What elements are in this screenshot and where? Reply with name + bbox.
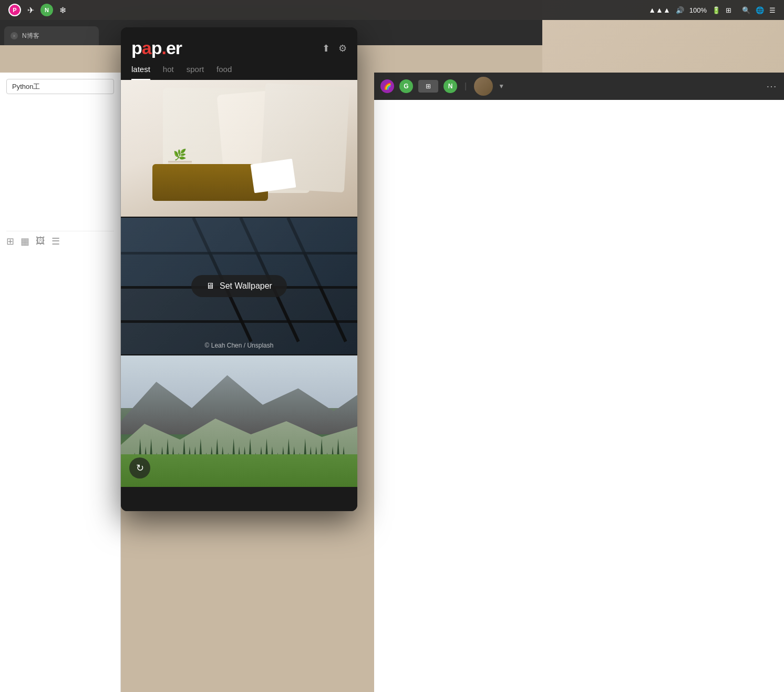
white-card [251, 159, 296, 194]
rainbow-app-icon[interactable]: 🌈 [380, 79, 394, 93]
battery-icon: 🔋 [712, 6, 720, 14]
feed-image-glass-building[interactable]: 🖥 Set Wallpaper © Leah Chen / Unsplash [121, 218, 357, 354]
page-toolbar-icons: ⊞ ▦ 🖼 ☰ [6, 231, 114, 251]
control-center-icon[interactable]: ☰ [769, 6, 776, 14]
popup-feed[interactable]: 🌿 [121, 80, 357, 511]
page-right-panel: 🌈 G ⊞ N | ▼ ⋯ [374, 73, 784, 692]
battery-text: 100% [689, 6, 707, 14]
tab-sport[interactable]: sport [187, 65, 204, 80]
settings-button[interactable]: ⚙ [338, 43, 347, 54]
avatar-dropdown-icon[interactable]: ▼ [498, 83, 504, 90]
grid-icon: ⊞ [726, 6, 731, 14]
menubar: P ✈ N ❄ ▲▲▲ 🔊 100% 🔋 ⊞ 🔍 🌐 ☰ [0, 0, 784, 20]
feed-image-bedroom[interactable]: 🌿 [121, 80, 357, 217]
right-toolbar: 🌈 G ⊞ N | ▼ ⋯ [374, 73, 784, 100]
tab-food[interactable]: food [216, 65, 232, 80]
table-icon[interactable]: ⊞ [6, 236, 14, 247]
grid-app-icon[interactable]: ⊞ [418, 80, 438, 93]
more-options-button[interactable]: ⋯ [766, 80, 778, 93]
page-left-panel: ⊞ ▦ 🖼 ☰ [0, 73, 121, 692]
popup-nav: latest hot sport food [121, 58, 357, 80]
n-app-icon[interactable]: N [40, 4, 53, 16]
share-button[interactable]: ⬆ [322, 43, 330, 54]
list-icon[interactable]: ☰ [51, 236, 60, 247]
glass-building-overlay: 🖥 Set Wallpaper [121, 218, 357, 354]
tab-close-button[interactable]: × [11, 32, 18, 39]
g-app-icon[interactable]: G [399, 79, 413, 93]
monitor-icon: 🖥 [206, 281, 214, 291]
search-icon[interactable]: 🔍 [742, 6, 750, 14]
tab-hot[interactable]: hot [163, 65, 174, 80]
siri-icon[interactable]: 🌐 [756, 6, 764, 14]
page-search-input[interactable] [6, 79, 114, 94]
refresh-button[interactable]: ↻ [129, 457, 150, 479]
volume-icon: 🔊 [676, 6, 684, 14]
image-icon[interactable]: 🖼 [36, 236, 45, 247]
feed-image-mountain[interactable]: ↻ [121, 355, 357, 487]
menubar-left: P ✈ N ❄ [8, 4, 66, 16]
send-icon: ✈ [27, 5, 34, 15]
browser-tab[interactable]: × N博客 [4, 26, 99, 45]
tab-title: N博客 [22, 32, 39, 40]
user-avatar[interactable] [474, 77, 493, 96]
mountain-scene [121, 355, 357, 487]
popup-header: pap.er ⬆ ⚙ [121, 27, 357, 58]
n-right-icon[interactable]: N [443, 79, 457, 93]
pencil-app-icon[interactable]: P [8, 4, 21, 16]
set-wallpaper-label: Set Wallpaper [220, 281, 272, 291]
image-credit: © Leah Chen / Unsplash [121, 342, 357, 349]
popup-header-icons: ⬆ ⚙ [322, 43, 347, 54]
paper-logo: pap.er [131, 38, 182, 58]
chart-icon[interactable]: ▦ [20, 236, 29, 247]
bluetooth-icon: ❄ [59, 5, 66, 15]
menubar-right: ▲▲▲ 🔊 100% 🔋 ⊞ 🔍 🌐 ☰ [648, 6, 776, 14]
meadow [121, 454, 357, 487]
paper-app-popup: pap.er ⬆ ⚙ latest hot sport food [121, 27, 357, 511]
wifi-icon: ▲▲▲ [648, 6, 670, 14]
set-wallpaper-button[interactable]: 🖥 Set Wallpaper [191, 275, 287, 297]
tab-latest[interactable]: latest [131, 65, 150, 80]
